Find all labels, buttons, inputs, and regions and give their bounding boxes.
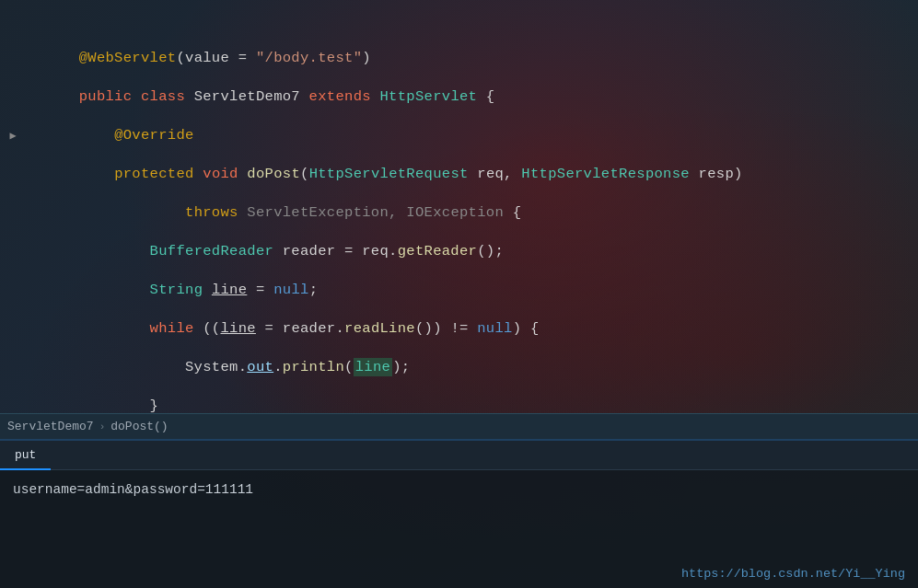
code-line-10: } [0,348,918,386]
code-editor: @WebServlet(value = "/body.test") public… [0,0,918,432]
breadcrumb: ServletDemo7 › doPost() [7,420,168,433]
line-gutter-4: ▶ [0,116,26,156]
code-line-9: System.out.println(line); [0,309,918,348]
output-text: username=admin&password=111111 [13,482,253,497]
code-line-4: ▶ protected void doPost(HttpServletReque… [0,116,918,155]
code-line-2: public class ServletDemo7 extends HttpSe… [0,39,918,77]
output-tab-console[interactable]: put [0,441,51,470]
output-url: https://blog.csdn.net/Yi__Ying [681,567,905,581]
breadcrumb-class: ServletDemo7 [7,420,94,433]
code-line-1: @WebServlet(value = "/body.test") [0,0,918,39]
status-bar: ServletDemo7 › doPost() [0,413,918,439]
breadcrumb-method: doPost() [110,420,168,433]
code-line-8: while ((line = reader.readLine()) != nul… [0,271,918,309]
output-content: username=admin&password=111111 [0,470,918,510]
code-line-6: BufferedReader reader = req.getReader(); [0,193,918,232]
code-line-3: @Override [0,77,918,116]
code-line-5: throws ServletException, IOException { [0,155,918,193]
output-panel: put username=admin&password=111111 https… [0,439,918,588]
code-line-7: String line = null; [0,232,918,271]
breadcrumb-separator: › [99,421,106,432]
output-tabs: put [0,441,918,470]
arrow-icon: ▶ [9,130,16,143]
output-tab-label: put [15,448,36,462]
